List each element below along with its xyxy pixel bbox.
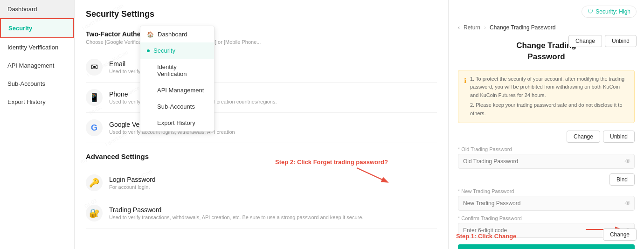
old-password-label: * Old Trading Password: [458, 146, 635, 152]
info-text: 1. To protect the security of your accou…: [470, 75, 629, 118]
login-pwd-icon: 🔑: [86, 174, 103, 191]
old-password-wrapper: 👁: [458, 154, 635, 169]
change-button-top[interactable]: Change: [568, 35, 602, 47]
dropdown-item-export[interactable]: Export History: [140, 115, 214, 131]
confirm-button[interactable]: Confirm: [458, 244, 635, 249]
new-password-wrapper: 👁: [458, 196, 635, 211]
sidebar-item-api[interactable]: API Management: [0, 56, 74, 75]
breadcrumb: ‹ Return › Change Trading Password: [458, 24, 635, 31]
security-item-trading-pwd: 🔐 Trading Password Used to verify transa…: [86, 198, 437, 228]
trading-pwd-icon: 🔐: [86, 205, 103, 221]
dropdown-item-dashboard[interactable]: 🏠 Dashboard: [140, 26, 214, 42]
info-icon: ℹ: [464, 76, 466, 118]
trading-pwd-desc: Used to verify transactions, withdrawals…: [109, 214, 437, 220]
sidebar-item-subaccounts[interactable]: Sub-Accounts: [0, 75, 74, 93]
unbind-button-top[interactable]: Unbind: [605, 35, 637, 47]
eye-icon-new[interactable]: 👁: [624, 200, 631, 207]
shield-icon: 🛡: [588, 8, 593, 15]
top-action-buttons: Change Unbind: [568, 35, 637, 47]
unbind-button-mid[interactable]: Unbind: [603, 131, 635, 143]
old-password-input[interactable]: [458, 154, 635, 169]
sidebar-item-export[interactable]: Export History: [0, 93, 74, 111]
dropdown-item-identity[interactable]: Identity Verification: [140, 59, 214, 82]
sidebar-item-identity[interactable]: Identity Verification: [0, 38, 74, 56]
bind-button-row: Bind: [458, 173, 635, 186]
new-password-group: * New Trading Password 👁: [458, 188, 635, 211]
breadcrumb-separator: ›: [484, 24, 486, 31]
security-item-google: G Google Verification Used to verify acc…: [86, 113, 437, 143]
right-panel: 🛡 Security: High ‹ Return › Change Tradi…: [448, 0, 644, 249]
bottom-change-button-wrapper: Change: [603, 228, 637, 241]
chevron-left-icon: ‹: [458, 24, 460, 31]
security-badge: 🛡 Security: High: [582, 6, 637, 18]
new-password-input[interactable]: [458, 196, 635, 211]
email-icon: ✉: [86, 59, 103, 76]
dropdown-item-subaccounts[interactable]: Sub-Accounts: [140, 98, 214, 115]
breadcrumb-current: Change Trading Password: [490, 24, 555, 31]
mid-action-buttons: Change Unbind: [458, 131, 635, 143]
sidebar: Dashboard Security Identity Verification…: [0, 0, 75, 249]
phone-icon: 📱: [86, 89, 103, 106]
active-dot: [147, 49, 150, 52]
nav-dropdown: 🏠 Dashboard Security Identity Verificati…: [140, 26, 215, 131]
security-item-phone: 📱 Phone Used to verify account logins, w…: [86, 83, 437, 113]
main-content: I don't trade, KuCoin 04-02 I don't trad…: [75, 0, 448, 249]
bind-button[interactable]: Bind: [609, 173, 635, 186]
sidebar-item-security[interactable]: Security: [0, 18, 74, 38]
content-wrapper: Security Settings Two-Factor Authenticat…: [86, 9, 437, 228]
dropdown-item-security[interactable]: Security: [140, 42, 214, 59]
login-pwd-desc: For account login.: [109, 184, 437, 190]
dashboard-icon: 🏠: [147, 31, 154, 38]
google-icon: G: [86, 119, 103, 136]
change-button-bottom[interactable]: Change: [603, 228, 637, 241]
twofa-section: Two-Factor Authentication (2FA) Choose […: [86, 30, 437, 45]
trading-pwd-label: Trading Password: [109, 206, 437, 214]
page-title: Security Settings: [86, 9, 437, 19]
confirm-password-label: * Confirm Trading Password: [458, 215, 635, 221]
twofa-desc: Choose [Google Verification + Email + Tr…: [86, 39, 437, 45]
breadcrumb-return[interactable]: Return: [464, 24, 480, 31]
security-item-email: ✉ Email Used to verify withdrawals, API …: [86, 52, 437, 83]
new-password-label: * New Trading Password: [458, 188, 635, 194]
sidebar-item-dashboard[interactable]: Dashboard: [0, 0, 74, 18]
change-button-mid[interactable]: Change: [567, 131, 600, 143]
info-box: ℹ 1. To protect the security of your acc…: [458, 70, 635, 123]
old-password-group: * Old Trading Password 👁: [458, 146, 635, 169]
twofa-title: Two-Factor Authentication (2FA): [86, 30, 437, 38]
eye-icon-old[interactable]: 👁: [624, 158, 631, 165]
login-pwd-label: Login Password: [109, 176, 437, 183]
security-item-login-pwd: 🔑 Login Password For account login.: [86, 168, 437, 198]
advanced-title: Advanced Settings: [86, 152, 437, 160]
dropdown-item-api[interactable]: API Management: [140, 82, 214, 98]
